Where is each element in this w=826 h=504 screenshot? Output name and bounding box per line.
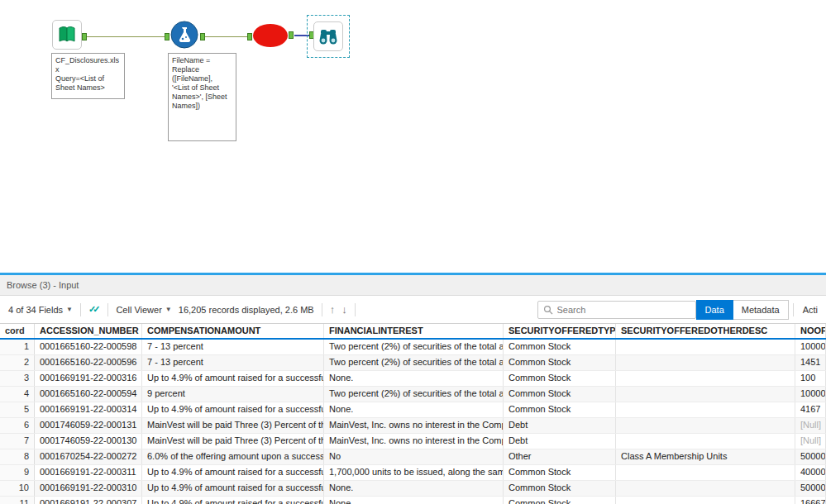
search-input[interactable]	[557, 305, 690, 315]
cell[interactable]: 0001669191-22-000316	[35, 371, 142, 386]
cell[interactable]: 0001669191-22-000314	[35, 402, 142, 417]
column-header[interactable]: COMPENSATIONAMOUNT	[142, 324, 324, 338]
cell[interactable]: Common Stock	[504, 402, 616, 417]
connection-input-formula[interactable]	[87, 36, 165, 37]
column-header[interactable]: FINANCIALINTEREST	[324, 324, 504, 338]
cell[interactable]: 50000	[795, 481, 826, 496]
cell[interactable]: Two percent (2%) of securities of the to…	[324, 340, 504, 354]
row-number[interactable]: 3	[0, 371, 35, 386]
cell[interactable]: Up to 4.9% of amount raised for a succes…	[142, 481, 324, 496]
row-number[interactable]: 10	[0, 481, 35, 496]
cell[interactable]	[616, 340, 795, 354]
column-header-record[interactable]: cord	[0, 324, 35, 338]
cell[interactable]	[616, 371, 795, 386]
cell[interactable]: 0001665160-22-000594	[35, 387, 142, 402]
apply-button[interactable]: ✓✓	[85, 304, 103, 315]
cell[interactable]: 0001669191-22-000310	[35, 481, 142, 496]
row-number[interactable]: 5	[0, 402, 35, 417]
cell[interactable]: Common Stock	[504, 387, 616, 402]
table-row[interactable]: 80001670254-22-0002726.0% of the offerin…	[0, 449, 826, 465]
cell[interactable]: Up to 4.9% of amount raised for a succes…	[142, 402, 324, 417]
table-row[interactable]: 110001669191-22-000307Up to 4.9% of amou…	[0, 497, 826, 504]
table-row[interactable]: 30001669191-22-000316Up to 4.9% of amoun…	[0, 371, 826, 387]
cell[interactable]	[616, 418, 795, 433]
column-header[interactable]: SECURITYOFFEREDTYPE	[504, 324, 616, 338]
column-header[interactable]: ACCESSION_NUMBER	[35, 324, 142, 338]
cell[interactable]: Debt	[504, 418, 616, 433]
cell[interactable]: MainVest, Inc. owns no interest in the C…	[324, 418, 504, 433]
cell[interactable]: 9 percent	[142, 387, 324, 402]
output-anchor[interactable]	[82, 33, 87, 40]
table-row[interactable]: 60001746059-22-000131MainVest will be pa…	[0, 418, 826, 434]
cell[interactable]: 50000	[795, 449, 826, 464]
browse-tool[interactable]	[313, 21, 343, 51]
cell[interactable]: 1,700,000 units to be issued, along the …	[324, 465, 504, 480]
cell[interactable]: 0001746059-22-000131	[35, 418, 142, 433]
cell[interactable]: Two percent (2%) of securities of the to…	[324, 387, 504, 402]
row-number[interactable]: 9	[0, 465, 35, 480]
cell[interactable]: 0001669191-22-000307	[35, 497, 142, 504]
cell[interactable]: Other	[504, 449, 616, 464]
table-row[interactable]: 50001669191-22-000314Up to 4.9% of amoun…	[0, 402, 826, 418]
scroll-up-button[interactable]: ↑	[327, 303, 339, 316]
cell[interactable]: 7 - 13 percent	[142, 340, 324, 354]
input-data-tool[interactable]	[52, 20, 82, 50]
cell[interactable]: 7 - 13 percent	[142, 355, 324, 370]
cell[interactable]: 4167	[795, 402, 826, 417]
cell[interactable]: Debt	[504, 434, 616, 449]
cell[interactable]: MainVest, Inc. owns no interest in the C…	[324, 434, 504, 449]
cell[interactable]: 1451	[795, 355, 826, 370]
input-anchor[interactable]	[247, 33, 252, 40]
cell[interactable]: No	[324, 449, 504, 464]
column-header[interactable]: SECURITYOFFEREDOTHERDESC	[616, 324, 795, 338]
cell[interactable]: None.	[324, 371, 504, 386]
cell[interactable]: Common Stock	[504, 481, 616, 496]
column-header[interactable]: NOOFS	[795, 324, 826, 338]
table-row[interactable]: 10001665160-22-0005987 - 13 percentTwo p…	[0, 340, 826, 355]
cell[interactable]: None.	[324, 481, 504, 496]
cell[interactable]: 10000	[795, 340, 826, 354]
output-anchor[interactable]	[289, 31, 294, 39]
cell[interactable]: 0001669191-22-000311	[35, 465, 142, 480]
cell[interactable]	[616, 481, 795, 496]
row-number[interactable]: 8	[0, 449, 35, 464]
formula-tool[interactable]	[169, 20, 199, 50]
table-row[interactable]: 100001669191-22-000310Up to 4.9% of amou…	[0, 481, 826, 497]
cell[interactable]: 100	[795, 371, 826, 386]
cell[interactable]: [Null]	[795, 434, 826, 449]
cell[interactable]: Two percent (2%) of securities of the to…	[324, 355, 504, 370]
cell[interactable]: 0001746059-22-000130	[35, 434, 142, 449]
cell[interactable]: Up to 4.9% of amount raised for a succes…	[142, 497, 324, 504]
workflow-canvas[interactable]: CF_Disclosures.xls x Query=<List of Shee…	[0, 0, 826, 273]
cell[interactable]: 0001670254-22-000272	[35, 449, 142, 464]
tool-annotation[interactable]: CF_Disclosures.xls x Query=<List of Shee…	[51, 53, 125, 99]
cell[interactable]	[616, 387, 795, 402]
cell[interactable]	[616, 402, 795, 417]
cell[interactable]: None.	[324, 497, 504, 504]
cell[interactable]	[616, 465, 795, 480]
cell[interactable]: MainVest will be paid Three (3) Percent …	[142, 418, 324, 433]
cell-viewer-dropdown[interactable]: Cell Viewer ▼	[112, 305, 174, 315]
cell[interactable]	[616, 497, 795, 504]
cell[interactable]: Up to 4.9% of amount raised for a succes…	[142, 465, 324, 480]
cell[interactable]: 16667	[795, 497, 826, 504]
metadata-tab[interactable]: Metadata	[733, 300, 789, 320]
cell[interactable]: [Null]	[795, 418, 826, 433]
cell[interactable]: 0001665160-22-000598	[35, 340, 142, 354]
cell[interactable]: 0001665160-22-000596	[35, 355, 142, 370]
table-row[interactable]: 90001669191-22-000311Up to 4.9% of amoun…	[0, 465, 826, 481]
cell[interactable]	[616, 434, 795, 449]
table-row[interactable]: 40001665160-22-0005949 percentTwo percen…	[0, 387, 826, 402]
search-box[interactable]	[537, 301, 696, 319]
cell[interactable]: 10000	[795, 387, 826, 402]
table-row[interactable]: 70001746059-22-000130MainVest will be pa…	[0, 434, 826, 449]
row-number[interactable]: 6	[0, 418, 35, 433]
cell[interactable]: MainVest will be paid Three (3) Percent …	[142, 434, 324, 449]
fields-dropdown[interactable]: 4 of 34 Fields ▼	[5, 305, 76, 315]
row-number[interactable]: 7	[0, 434, 35, 449]
cell[interactable]: 40000	[795, 465, 826, 480]
row-number[interactable]: 2	[0, 355, 35, 370]
cell[interactable]: 6.0% of the offering amount upon a succe…	[142, 449, 324, 464]
cell[interactable]: Common Stock	[504, 497, 616, 504]
row-number[interactable]: 11	[0, 497, 35, 504]
